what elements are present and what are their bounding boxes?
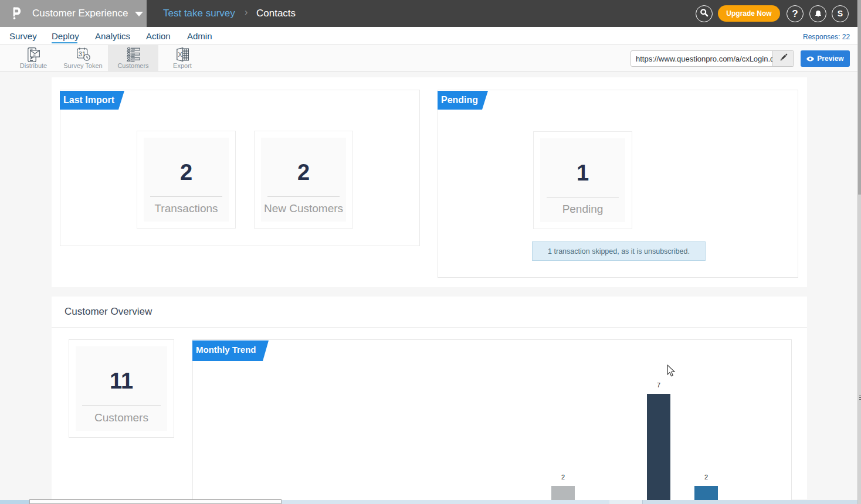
svg-text:X: X: [178, 51, 182, 58]
